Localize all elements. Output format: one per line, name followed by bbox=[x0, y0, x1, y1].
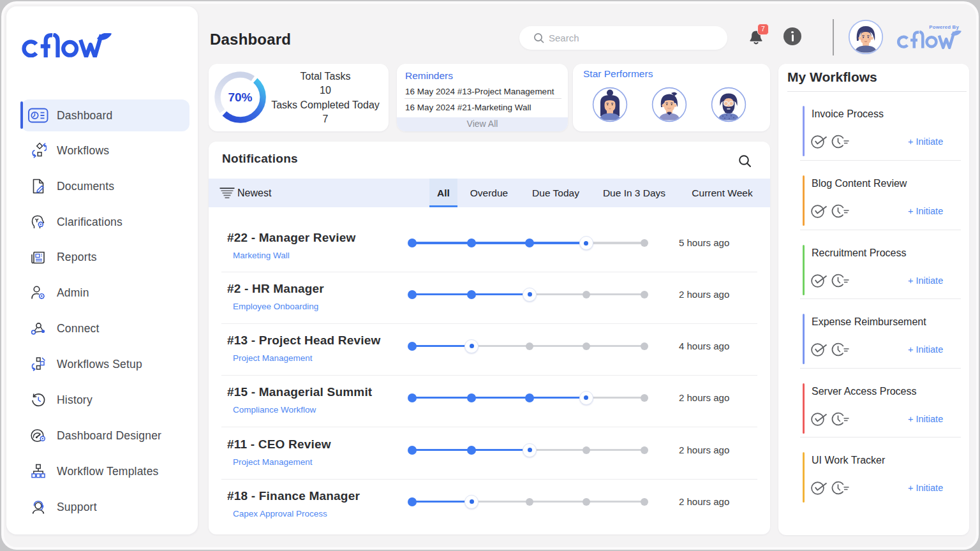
svg-text:Powered By: Powered By bbox=[929, 24, 959, 30]
